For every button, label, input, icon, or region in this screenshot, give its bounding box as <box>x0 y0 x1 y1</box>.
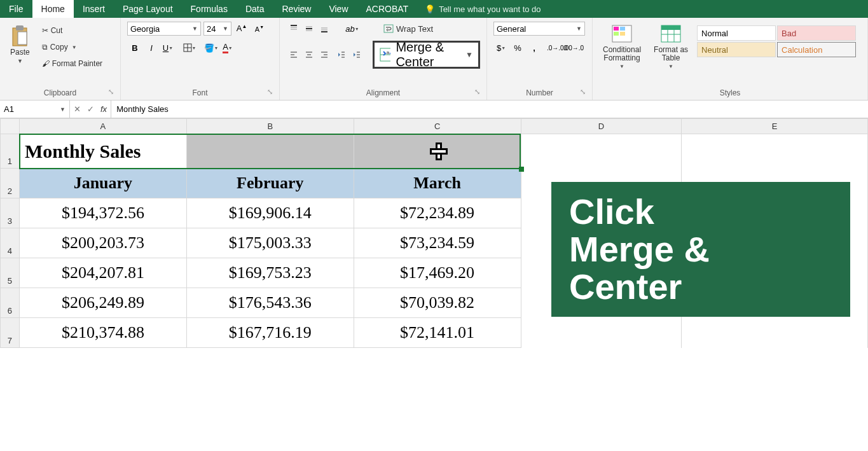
cell[interactable]: $169,906.14 <box>186 198 354 228</box>
font-color-button[interactable]: A▼ <box>220 41 235 55</box>
cell[interactable] <box>682 134 868 169</box>
format-as-table-button[interactable]: Format as Table▼ <box>650 22 692 72</box>
merge-center-button[interactable]: a Merge & Center ▼ <box>373 41 480 69</box>
cell[interactable]: February <box>186 169 354 198</box>
col-header-c[interactable]: C <box>354 119 521 134</box>
tab-file[interactable]: File <box>0 0 32 18</box>
cell[interactable]: $194,372.56 <box>19 198 186 228</box>
copy-button[interactable]: ⧉Copy▼ <box>39 41 106 53</box>
cell[interactable]: $73,234.59 <box>354 228 521 258</box>
cell[interactable] <box>682 318 868 348</box>
dialog-launcher[interactable]: ⤡ <box>474 88 480 96</box>
number-format-select[interactable]: General▼ <box>493 22 585 36</box>
cell[interactable]: $169,753.23 <box>186 258 354 288</box>
orientation-button[interactable]: ab▼ <box>345 22 360 36</box>
underline-button[interactable]: U▼ <box>160 41 176 55</box>
tab-data[interactable]: Data <box>237 0 273 18</box>
tab-formulas[interactable]: Formulas <box>182 0 237 18</box>
cell[interactable]: $176,543.36 <box>186 288 354 318</box>
tab-page-layout[interactable]: Page Layout <box>114 0 182 18</box>
fx-button[interactable]: fx <box>100 104 107 114</box>
row-header[interactable]: 3 <box>1 198 20 228</box>
increase-decimal-button[interactable]: .0→.00 <box>549 41 565 55</box>
fill-color-button[interactable]: 🪣▼ <box>203 41 219 55</box>
cell[interactable]: $200,203.73 <box>19 228 186 258</box>
decrease-indent-button[interactable] <box>336 48 347 62</box>
increase-font-button[interactable]: A▲ <box>234 22 249 36</box>
row-header[interactable]: 6 <box>1 288 20 318</box>
cell-style-normal[interactable]: Normal <box>697 25 776 41</box>
cell[interactable]: $210,374.88 <box>19 318 186 348</box>
align-left-button[interactable] <box>286 48 301 62</box>
borders-button[interactable]: ▼ <box>182 41 197 55</box>
cell[interactable]: Monthly Sales <box>19 134 186 169</box>
wrap-text-button[interactable]: Wrap Text <box>380 22 436 36</box>
cell[interactable] <box>354 134 521 169</box>
cell[interactable]: $206,249.89 <box>19 288 186 318</box>
italic-button[interactable]: I <box>144 41 159 55</box>
cell[interactable] <box>521 134 682 169</box>
name-box[interactable]: A1▼ <box>0 101 70 118</box>
cell[interactable]: $72,234.89 <box>354 198 521 228</box>
enter-icon[interactable]: ✓ <box>87 104 94 114</box>
row-header[interactable]: 4 <box>1 228 20 258</box>
cell[interactable]: $175,003.33 <box>186 228 354 258</box>
conditional-formatting-button[interactable]: Conditional Formatting▼ <box>599 22 645 72</box>
align-center-button[interactable] <box>301 48 317 62</box>
paste-button[interactable]: Paste ▼ <box>6 22 34 67</box>
decrease-decimal-button[interactable]: .00→.0 <box>566 41 581 55</box>
chevron-down-icon: ▼ <box>619 64 624 69</box>
row-header[interactable]: 1 <box>1 134 20 169</box>
row-header[interactable]: 2 <box>1 169 20 198</box>
cell[interactable]: March <box>354 169 521 198</box>
svg-rect-35 <box>614 27 619 31</box>
cell-style-neutral[interactable]: Neutral <box>697 42 776 57</box>
cell-style-calculation[interactable]: Calculation <box>777 42 856 57</box>
font-name-select[interactable]: Georgia▼ <box>127 22 201 36</box>
comma-button[interactable]: , <box>527 41 542 55</box>
col-header-a[interactable]: A <box>19 119 186 134</box>
row-header[interactable]: 7 <box>1 318 20 348</box>
font-size-select[interactable]: 24▼ <box>203 22 231 36</box>
format-painter-button[interactable]: 🖌Format Painter <box>39 57 106 70</box>
dialog-launcher[interactable]: ⤡ <box>267 88 273 96</box>
tell-me[interactable]: 💡 Tell me what you want to do <box>417 0 548 18</box>
tab-view[interactable]: View <box>320 0 357 18</box>
tab-review[interactable]: Review <box>273 0 320 18</box>
tab-insert[interactable]: Insert <box>74 0 114 18</box>
chevron-down-icon: ▼ <box>465 50 473 59</box>
col-header-b[interactable]: B <box>186 119 354 134</box>
increase-indent-button[interactable] <box>351 48 362 62</box>
row-header[interactable]: 5 <box>1 258 20 288</box>
cell[interactable]: $167,716.19 <box>186 318 354 348</box>
cell[interactable]: January <box>19 169 186 198</box>
cell[interactable]: $204,207.81 <box>19 258 186 288</box>
dialog-launcher[interactable]: ⤡ <box>108 88 114 96</box>
col-header-e[interactable]: E <box>682 119 868 134</box>
align-right-button[interactable] <box>317 48 332 62</box>
tab-home[interactable]: Home <box>32 0 74 18</box>
cancel-icon[interactable]: ✕ <box>74 104 81 114</box>
cut-button[interactable]: ✂Cut <box>39 24 106 37</box>
selection-handle[interactable] <box>519 167 524 172</box>
spreadsheet-grid[interactable]: A B C D E 1 Monthly Sales 2 January Febr… <box>0 118 868 348</box>
cell[interactable] <box>521 318 682 348</box>
cell[interactable]: $17,469.20 <box>354 258 521 288</box>
cell[interactable] <box>186 134 354 169</box>
align-top-icon <box>289 24 298 33</box>
select-all-corner[interactable] <box>1 119 20 134</box>
col-header-d[interactable]: D <box>521 119 682 134</box>
align-top-button[interactable] <box>286 22 301 36</box>
percent-button[interactable]: % <box>510 41 525 55</box>
cell-style-bad[interactable]: Bad <box>777 25 856 41</box>
align-middle-button[interactable] <box>301 22 317 36</box>
cell[interactable]: $72,141.01 <box>354 318 521 348</box>
tab-acrobat[interactable]: ACROBAT <box>357 0 418 18</box>
cell[interactable]: $70,039.82 <box>354 288 521 318</box>
bold-button[interactable]: B <box>127 41 142 55</box>
decrease-font-button[interactable]: A▼ <box>252 22 267 36</box>
formula-input[interactable]: Monthly Sales <box>111 101 868 118</box>
accounting-button[interactable]: $▼ <box>493 41 509 55</box>
align-bottom-button[interactable] <box>317 22 332 36</box>
dialog-launcher[interactable]: ⤡ <box>580 88 586 96</box>
